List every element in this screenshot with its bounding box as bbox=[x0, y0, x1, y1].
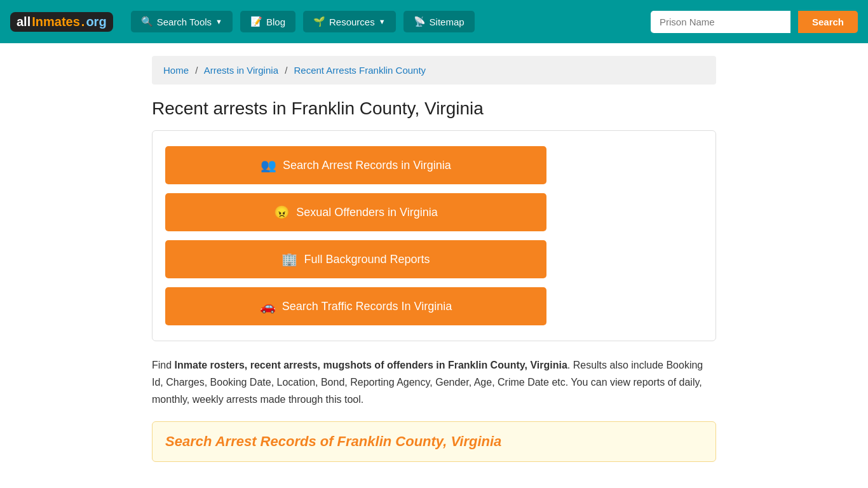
blog-label: Blog bbox=[266, 17, 285, 27]
breadcrumb-sep-1: / bbox=[195, 65, 198, 76]
sitemap-button[interactable]: 📡 Sitemap bbox=[403, 11, 475, 32]
logo-dot: . bbox=[81, 15, 85, 29]
traffic-records-button[interactable]: 🚗 Search Traffic Records In Virginia bbox=[165, 287, 546, 325]
search-arrest-label: Search Arrest Records in Virginia bbox=[283, 159, 451, 172]
search-arrest-button[interactable]: 👥 Search Arrest Records in Virginia bbox=[165, 146, 546, 184]
main-content: Home / Arrests in Virginia / Recent Arre… bbox=[142, 43, 726, 475]
breadcrumb-home[interactable]: Home bbox=[163, 65, 189, 76]
sexual-offenders-button[interactable]: 😠 Sexual Offenders in Virginia bbox=[165, 193, 546, 231]
sexual-offenders-icon: 😠 bbox=[274, 205, 290, 220]
search-tools-label: Search Tools bbox=[157, 17, 212, 27]
breadcrumb: Home / Arrests in Virginia / Recent Arre… bbox=[152, 56, 716, 85]
blog-button[interactable]: 📝 Blog bbox=[240, 11, 295, 32]
action-buttons-card: 👥 Search Arrest Records in Virginia 😠 Se… bbox=[152, 130, 716, 341]
traffic-records-label: Search Traffic Records In Virginia bbox=[282, 300, 452, 313]
logo-all: all bbox=[17, 15, 31, 29]
breadcrumb-sep-2: / bbox=[285, 65, 287, 76]
search-tools-icon: 🔍 bbox=[141, 16, 153, 27]
prison-search-button[interactable]: Search bbox=[798, 11, 858, 33]
page-title: Recent arrests in Franklin County, Virgi… bbox=[152, 98, 716, 119]
description-prefix: Find bbox=[152, 360, 175, 370]
sitemap-icon: 📡 bbox=[414, 16, 426, 27]
blog-icon: 📝 bbox=[250, 16, 262, 27]
breadcrumb-arrests[interactable]: Arrests in Virginia bbox=[204, 65, 278, 76]
traffic-records-icon: 🚗 bbox=[260, 299, 276, 314]
search-records-title: Search Arrest Records of Franklin County… bbox=[165, 433, 703, 450]
resources-arrow-icon: ▼ bbox=[379, 18, 386, 25]
search-tools-button[interactable]: 🔍 Search Tools ▼ bbox=[131, 11, 233, 32]
description-text: Find Inmate rosters, recent arrests, mug… bbox=[152, 356, 716, 409]
background-reports-button[interactable]: 🏢 Full Background Reports bbox=[165, 240, 546, 278]
resources-label: Resources bbox=[329, 17, 375, 27]
search-arrest-icon: 👥 bbox=[261, 158, 276, 173]
prison-search-label: Search bbox=[812, 17, 844, 27]
background-reports-icon: 🏢 bbox=[281, 252, 297, 267]
search-records-section: Search Arrest Records of Franklin County… bbox=[152, 421, 716, 462]
logo[interactable]: all Inmates . org bbox=[10, 12, 113, 32]
logo-inmates: Inmates bbox=[32, 15, 80, 29]
description-bold: Inmate rosters, recent arrests, mugshots… bbox=[175, 360, 567, 370]
search-tools-arrow-icon: ▼ bbox=[215, 18, 222, 25]
breadcrumb-current: Recent Arrests Franklin County bbox=[294, 65, 426, 76]
logo-org: org bbox=[86, 15, 106, 29]
resources-button[interactable]: 🌱 Resources ▼ bbox=[303, 11, 396, 32]
navbar: all Inmates . org 🔍 Search Tools ▼ 📝 Blo… bbox=[0, 0, 868, 43]
background-reports-label: Full Background Reports bbox=[304, 253, 430, 266]
sexual-offenders-label: Sexual Offenders in Virginia bbox=[296, 206, 437, 219]
prison-search-input[interactable] bbox=[651, 11, 790, 33]
resources-icon: 🌱 bbox=[313, 16, 325, 27]
sitemap-label: Sitemap bbox=[430, 17, 465, 27]
